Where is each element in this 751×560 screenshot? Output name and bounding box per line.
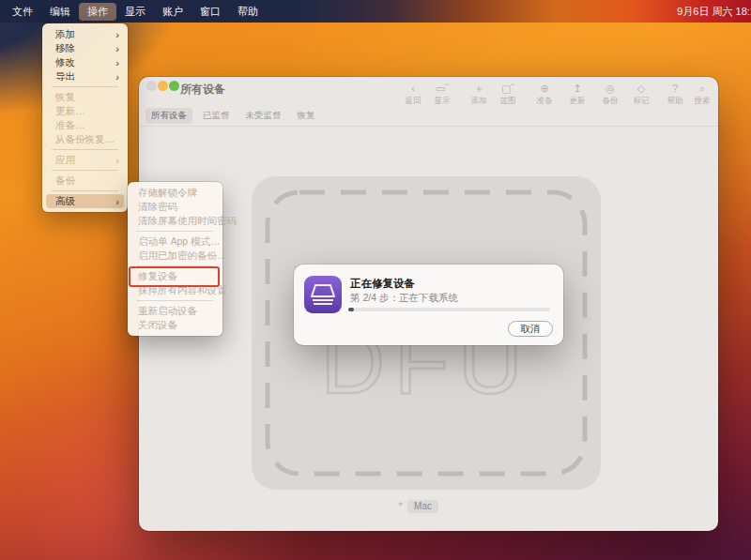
toolbar-blueprints-button[interactable]: ▢ˇ 蓝图 — [492, 83, 524, 107]
tab-unsupervised[interactable]: 未受监督 — [246, 110, 282, 122]
menu-separator — [52, 190, 118, 191]
device-status-icon: * — [398, 499, 403, 513]
menu-item-label: 恢复 — [55, 91, 119, 104]
toolbar-label: 蓝图 — [500, 96, 516, 107]
menu-item-label: 添加 — [55, 28, 112, 41]
menu-item-restore: 恢复 — [42, 90, 128, 104]
menu-item-label: 应用 — [55, 154, 112, 167]
menu-bar: 文件 编辑 操作 显示 账户 窗口 帮助 9月6日 周六 18:1 — [0, 0, 751, 23]
chevron-left-icon: ‹ — [411, 83, 415, 95]
menubar-item-help[interactable]: 帮助 — [229, 3, 267, 21]
toolbar-view-button[interactable]: ▭ˇ 显示 — [426, 83, 458, 107]
help-icon: ? — [672, 83, 678, 95]
tab-recovery[interactable]: 恢复 — [298, 110, 315, 122]
toolbar-label: 添加 — [471, 96, 487, 107]
menubar-clock[interactable]: 9月6日 周六 18:1 — [677, 0, 751, 23]
menu-item-label: 重新启动设备 — [138, 305, 214, 318]
menubar-item-window[interactable]: 窗口 — [192, 3, 229, 21]
tab-all-devices[interactable]: 所有设备 — [146, 108, 192, 124]
toolbar-label: 搜索 — [695, 96, 711, 107]
prepare-icon: ⊕ — [540, 83, 548, 95]
view-popup-icon: ▭ˇ — [436, 83, 449, 95]
toolbar-tag-button[interactable]: ◇ 标记 — [625, 83, 657, 107]
submenu-arrow-icon: › — [115, 43, 119, 54]
menu-item-advanced[interactable]: 高级 › — [42, 194, 128, 208]
menu-item-label: 准备… — [55, 119, 119, 132]
toolbar-label: 准备 — [537, 96, 553, 107]
close-button[interactable] — [146, 81, 157, 91]
menu-item-prepare: 准备… — [42, 118, 128, 132]
window-header: 所有设备 ‹ 返回 ▭ˇ 显示 ＋ 添加 ▢ˇ 蓝图 ⊕ 准备 ↥ — [139, 77, 718, 127]
update-icon: ↥ — [573, 83, 581, 95]
menu-item-label: 清除密码 — [138, 201, 214, 214]
toolbar-update-button[interactable]: ↥ 更新 — [561, 83, 593, 107]
screen: 文件 编辑 操作 显示 账户 窗口 帮助 9月6日 周六 18:1 所有设备 ‹… — [0, 0, 751, 560]
toolbar-label: 标记 — [634, 96, 650, 107]
backup-icon: ◎ — [605, 83, 615, 95]
dialog-step-text: 第 2/4 步：正在下载系统 — [350, 292, 458, 305]
search-icon: ⌕ — [699, 83, 705, 95]
menu-separator — [52, 170, 118, 171]
blueprint-popup-icon: ▢ˇ — [501, 83, 514, 95]
menubar-item-account[interactable]: 账户 — [154, 3, 192, 21]
device-filter-tabs: 所有设备 已监督 未受监督 恢复 — [146, 108, 315, 124]
toolbar-search-button[interactable]: ⌕ 搜索 — [686, 83, 718, 107]
menu-item-label: 高级 — [55, 195, 112, 208]
toolbar-label: 显示 — [435, 96, 451, 107]
progress-bar — [348, 308, 550, 311]
app-icon — [303, 275, 343, 314]
menu-item-label: 导出 — [55, 70, 112, 83]
toolbar-label: 帮助 — [667, 96, 683, 107]
submenu-arrow-icon: › — [115, 196, 119, 207]
repair-dialog: 正在修复设备 第 2/4 步：正在下载系统 取消 — [294, 265, 563, 345]
menubar-item-view[interactable]: 显示 — [116, 3, 154, 21]
menu-item-apply: 应用 › — [42, 153, 128, 167]
plus-icon: ＋ — [474, 83, 484, 95]
menu-separator — [52, 149, 118, 150]
toolbar-backup-button[interactable]: ◎ 备份 — [594, 83, 626, 107]
toolbar-add-button[interactable]: ＋ 添加 — [463, 83, 495, 107]
submenu-item-encrypted-backups: 启用已加密的备份… — [128, 249, 222, 263]
minimize-button[interactable] — [158, 81, 168, 91]
menubar-item-file[interactable]: 文件 — [4, 3, 41, 21]
menu-item-add[interactable]: 添加 › — [42, 27, 128, 41]
submenu-item-shutdown-device: 关闭设备 — [128, 318, 222, 332]
menu-item-label: 移除 — [55, 42, 112, 55]
menu-separator — [52, 86, 118, 87]
menu-item-label: 启用已加密的备份… — [138, 250, 227, 263]
device-name-badge[interactable]: Mac — [407, 500, 438, 513]
zoom-button[interactable] — [169, 81, 179, 91]
submenu-item-clear-screentime-passcode: 清除屏幕使用时间密码 — [128, 214, 222, 228]
toolbar-label: 返回 — [406, 96, 421, 107]
submenu-item-save-unlock-token: 存储解锁令牌 — [128, 186, 222, 200]
cancel-button[interactable]: 取消 — [508, 321, 553, 337]
menubar-item-actions[interactable]: 操作 — [79, 3, 116, 21]
menu-item-label: 从备份恢复… — [55, 133, 119, 146]
advanced-submenu: 存储解锁令牌 清除密码 清除屏幕使用时间密码 启动单 App 模式… 启用已加密… — [128, 182, 222, 336]
menu-separator — [137, 231, 213, 232]
menu-item-export[interactable]: 导出 › — [42, 69, 128, 83]
menu-separator — [137, 300, 213, 301]
menu-item-remove[interactable]: 移除 › — [42, 41, 128, 55]
menu-item-label: 更新… — [55, 105, 119, 118]
window-title: 所有设备 — [180, 82, 225, 98]
menu-item-label: 清除屏幕使用时间密码 — [138, 215, 237, 228]
tag-icon: ◇ — [637, 83, 645, 95]
actions-menu: 添加 › 移除 › 修改 › 导出 › 恢复 更新… 准备… 从备份恢复… — [42, 23, 128, 212]
toolbar-back-button[interactable]: ‹ 返回 — [397, 83, 429, 107]
submenu-arrow-icon: › — [115, 155, 119, 166]
menu-item-modify[interactable]: 修改 › — [42, 55, 128, 69]
menu-item-label: 存储解锁令牌 — [138, 187, 214, 200]
menu-item-update: 更新… — [42, 104, 128, 118]
submenu-arrow-icon: › — [115, 29, 119, 40]
tab-supervised[interactable]: 已监督 — [203, 110, 230, 122]
toolbar-prepare-button[interactable]: ⊕ 准备 — [529, 83, 560, 107]
menubar-item-edit[interactable]: 编辑 — [41, 3, 79, 21]
submenu-item-single-app-mode: 启动单 App 模式… — [128, 235, 222, 249]
annotation-highlight-box — [129, 266, 220, 287]
submenu-arrow-icon: › — [115, 71, 119, 83]
dialog-title: 正在修复设备 — [350, 277, 415, 291]
device-name-row: * Mac — [398, 499, 438, 513]
menu-item-label: 启动单 App 模式… — [138, 235, 221, 249]
menu-item-label: 备份 — [55, 174, 119, 188]
